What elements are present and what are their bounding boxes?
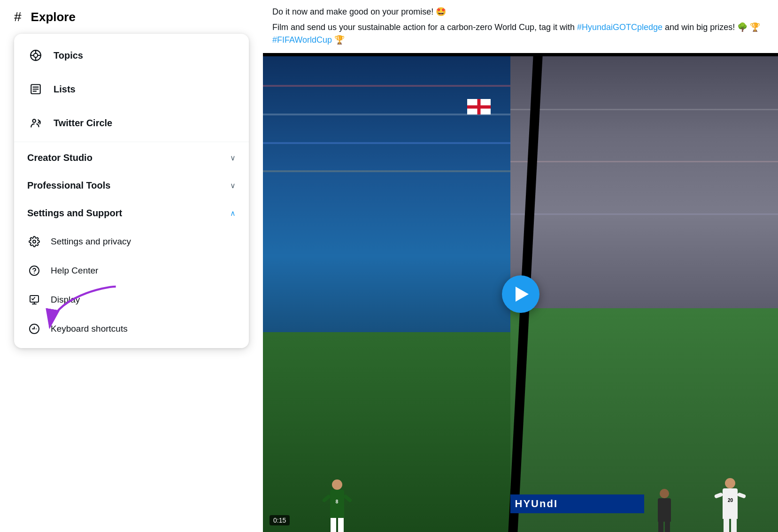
sidebar-item-lists[interactable]: Lists [14,72,249,106]
hyundai-banner: HYUndI [510,494,644,513]
hyundai-text: HYUndI [515,498,558,510]
video-frame-right: 20 [510,56,778,532]
display-icon [27,293,41,307]
play-triangle-icon [516,287,529,302]
left-panel: # Explore Topics [0,0,263,532]
submenu-item-help-center[interactable]: Help Center [14,256,249,285]
lists-label: Lists [54,84,76,95]
sidebar-item-twitter-circle[interactable]: Twitter Circle [14,106,249,140]
settings-privacy-label: Settings and privacy [51,236,131,247]
help-center-label: Help Center [51,266,98,276]
svg-point-11 [33,240,36,243]
hashtag-fifaworldcup[interactable]: #FIFAWorldCup [272,35,332,45]
topics-icon [27,47,44,64]
video-timestamp: 0:15 [270,515,290,525]
tweet-text-line2: Film and send us your sustainable action… [272,21,769,46]
video-background: 8 [263,56,778,532]
sidebar-item-topics[interactable]: Topics [14,38,249,72]
explore-label: Explore [31,10,76,24]
svg-point-10 [33,119,36,122]
play-button[interactable] [502,275,539,313]
submenu-item-settings-privacy[interactable]: Settings and privacy [14,227,249,256]
professional-tools-chevron: ∨ [230,181,236,190]
settings-support-chevron: ∧ [230,209,236,218]
explore-icon: # [14,9,22,24]
sidebar-item-professional-tools[interactable]: Professional Tools ∨ [14,172,249,199]
menu-card: Topics Lists [14,34,249,348]
professional-tools-label: Professional Tools [27,180,110,191]
sidebar-item-creator-studio[interactable]: Creator Studio ∨ [14,144,249,172]
right-panel: Do it now and make good on your promise!… [263,0,778,532]
explore-header[interactable]: # Explore [0,0,263,34]
video-container: 8 [263,56,778,532]
keyboard-icon [27,322,41,336]
twitter-circle-icon [27,114,44,131]
gear-icon [27,235,41,249]
tweet-text-area: Do it now and make good on your promise!… [263,0,778,53]
topics-label: Topics [54,50,83,61]
creator-studio-label: Creator Studio [27,152,92,163]
creator-studio-chevron: ∨ [230,153,236,162]
lists-icon [27,81,44,98]
submenu-item-keyboard-shortcuts[interactable]: Keyboard shortcuts [14,314,249,343]
display-label: Display [51,295,80,305]
keyboard-shortcuts-label: Keyboard shortcuts [51,324,128,334]
hashtag-hyundai[interactable]: #HyundaiGOTCpledge [577,23,662,32]
settings-support-label: Settings and Support [27,208,122,219]
tweet-text-line1: Do it now and make good on your promise!… [272,6,769,18]
submenu-item-display[interactable]: Display [14,285,249,314]
video-frame-left: 8 [263,56,531,532]
menu-divider [14,142,249,142]
twitter-circle-label: Twitter Circle [54,118,112,129]
svg-rect-14 [30,296,39,302]
svg-point-1 [34,53,38,58]
sidebar-item-settings-support[interactable]: Settings and Support ∧ [14,199,249,227]
help-icon [27,264,41,278]
